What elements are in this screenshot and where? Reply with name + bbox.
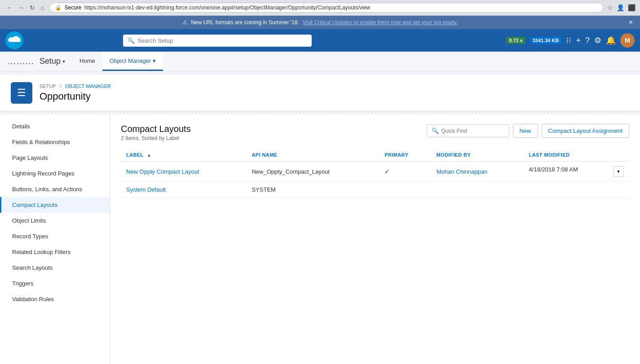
section-subtitle: 2 Items, Sorted by Label — [121, 135, 191, 141]
sidebar-item-lightning-record-pages[interactable]: Lightning Record Pages — [0, 166, 110, 181]
banner-text: New URL formats are coming in Summer '18… — [191, 19, 299, 26]
add-icon[interactable]: + — [576, 36, 581, 45]
reload-button[interactable]: ↻ — [28, 3, 37, 12]
tab-object-manager[interactable]: Object Manager ▾ — [102, 52, 163, 71]
section-title: Compact Layouts — [121, 124, 191, 134]
col-label-text: LABEL — [126, 152, 143, 158]
col-api-name-text: API NAME — [252, 152, 277, 158]
cell-label-2: System Default — [121, 182, 246, 198]
nav-right-actions: 0.72 s 3341.34 KB ⁝⁝ + ? ⚙ 🔔 M — [506, 33, 635, 48]
row-1-action-button[interactable]: ▾ — [613, 166, 624, 177]
sidebar-item-fields-relationships[interactable]: Fields & Relationships — [0, 134, 110, 150]
object-icon: ☰ — [17, 87, 26, 99]
page-title: Opportunity — [40, 91, 111, 102]
sidebar-item-compact-layouts[interactable]: Compact Layouts — [0, 197, 110, 213]
sidebar-item-fields-relationships-label: Fields & Relationships — [12, 139, 70, 145]
star-icon[interactable]: ☆ — [607, 4, 613, 11]
tab-home[interactable]: Home — [72, 52, 102, 71]
header-bg: ☰ SETUP > OBJECT MANAGER Opportunity — [0, 71, 640, 115]
sidebar-item-object-limits-label: Object Limits — [12, 217, 46, 224]
banner-warning-icon: ⚠ — [182, 19, 187, 26]
secure-icon: 🔒 — [55, 5, 62, 11]
col-header-modified-by[interactable]: MODIFIED BY — [431, 149, 524, 162]
setup-label[interactable]: Setup — [40, 57, 61, 66]
table-row: New Oppty Compact Layout New_Oppty_Compa… — [121, 162, 629, 182]
memory-badge: 3341.34 KB — [530, 37, 562, 44]
nav-dots-icon[interactable]: ⁝⁝ — [566, 35, 571, 45]
col-header-primary[interactable]: PRIMARY — [379, 149, 431, 162]
sidebar-item-object-limits[interactable]: Object Limits — [0, 213, 110, 228]
banner-link[interactable]: Visit Critical Updates to enable them no… — [303, 19, 458, 26]
home-button[interactable]: ⌂ — [39, 3, 46, 12]
col-header-last-modified[interactable]: LAST MODIFIED — [524, 149, 629, 162]
banner-close-button[interactable]: × — [629, 18, 633, 26]
row-2-label-link[interactable]: System Default — [126, 186, 166, 193]
cell-label-1: New Oppty Compact Layout — [121, 162, 246, 182]
sidebar-item-compact-layouts-label: Compact Layouts — [12, 202, 57, 208]
main-content: Compact Layouts 2 Items, Sorted by Label… — [110, 115, 640, 364]
sidebar-item-validation-rules[interactable]: Validation Rules — [0, 291, 110, 307]
primary-checkmark-1: ✓ — [384, 168, 390, 175]
search-input[interactable] — [137, 37, 307, 44]
sidebar-item-page-layouts-label: Page Layouts — [12, 154, 48, 161]
nav-tabs: Home Object Manager ▾ — [72, 52, 163, 71]
new-button[interactable]: New — [513, 124, 538, 138]
row-1-label-link[interactable]: New Oppty Compact Layout — [126, 168, 199, 175]
breadcrumb: SETUP > OBJECT MANAGER — [40, 83, 111, 89]
sidebar-item-details[interactable]: Details — [0, 118, 110, 134]
extension-icon[interactable]: ⬛ — [628, 4, 636, 11]
settings-icon[interactable]: ⚙ — [594, 35, 601, 45]
page-header: ☰ SETUP > OBJECT MANAGER Opportunity — [0, 75, 640, 111]
tab-object-manager-label: Object Manager — [110, 57, 151, 64]
col-primary-text: PRIMARY — [384, 152, 408, 158]
sidebar-item-page-layouts[interactable]: Page Layouts — [0, 150, 110, 166]
search-bar[interactable]: 🔍 — [123, 35, 312, 47]
sidebar-item-lightning-record-pages-label: Lightning Record Pages — [12, 170, 75, 177]
row-1-modified-by-link[interactable]: Mohan Chinnappan — [437, 168, 487, 175]
cell-modified-by-1: Mohan Chinnappan — [431, 162, 524, 182]
cell-last-modified-1: 4/18/2018 7:08 AM ▾ — [524, 162, 629, 182]
help-icon[interactable]: ? — [585, 36, 590, 45]
cell-api-name-2: SYSTEM — [246, 182, 379, 198]
back-button[interactable]: ← — [4, 3, 14, 12]
setup-dropdown-icon[interactable]: ▾ — [62, 58, 65, 65]
sidebar-item-record-types-label: Record Types — [12, 233, 48, 240]
sidebar-item-triggers-label: Triggers — [12, 280, 33, 287]
tab-object-manager-dropdown: ▾ — [153, 57, 156, 64]
quick-find-input[interactable] — [441, 128, 504, 134]
content-area: Details Fields & Relationships Page Layo… — [0, 115, 640, 364]
profile-icon[interactable]: 👤 — [617, 4, 624, 11]
col-modified-by-text: MODIFIED BY — [437, 152, 471, 158]
quick-find-container[interactable]: 🔍 — [427, 124, 509, 137]
sidebar-item-buttons-links-actions[interactable]: Buttons, Links, and Actions — [0, 181, 110, 197]
app-launcher-icon[interactable]: ……… — [7, 56, 34, 66]
table-row: System Default SYSTEM — [121, 182, 629, 198]
notifications-icon[interactable]: 🔔 — [606, 35, 616, 45]
sidebar-item-triggers[interactable]: Triggers — [0, 276, 110, 291]
forward-button[interactable]: → — [16, 3, 26, 12]
breadcrumb-sep: > — [59, 83, 62, 89]
avatar[interactable]: M — [620, 33, 635, 48]
sidebar-item-record-types[interactable]: Record Types — [0, 228, 110, 244]
compact-layout-assignment-button[interactable]: Compact Layout Assignment — [542, 124, 629, 138]
col-last-modified-text: LAST MODIFIED — [529, 152, 570, 158]
section-header: Compact Layouts 2 Items, Sorted by Label… — [121, 124, 629, 141]
sidebar-item-search-layouts-label: Search Layouts — [12, 264, 53, 271]
salesforce-logo[interactable] — [5, 31, 23, 49]
sidebar-item-details-label: Details — [12, 123, 30, 130]
col-header-label[interactable]: LABEL ▲ — [121, 149, 246, 162]
cell-api-name-1: New_Oppty_Compact_Layout — [246, 162, 379, 182]
breadcrumb-link[interactable]: OBJECT MANAGER — [65, 83, 111, 89]
col-header-api-name[interactable]: API NAME — [246, 149, 379, 162]
sidebar-item-search-layouts[interactable]: Search Layouts — [0, 260, 110, 276]
browser-bar: ← → ↻ ⌂ 🔒 Secure https://mohansun-lx1-de… — [0, 0, 640, 16]
sidebar-item-related-lookup-filters[interactable]: Related Lookup Filters — [0, 244, 110, 260]
address-bar[interactable]: 🔒 Secure https://mohansun-lx1-dev-ed.lig… — [49, 3, 604, 13]
section-title-area: Compact Layouts 2 Items, Sorted by Label — [121, 124, 191, 141]
sidebar: Details Fields & Relationships Page Layo… — [0, 115, 110, 364]
top-nav: 🔍 0.72 s 3341.34 KB ⁝⁝ + ? ⚙ 🔔 M — [0, 29, 640, 52]
tab-home-label: Home — [79, 57, 95, 64]
page-header-icon: ☰ — [11, 82, 32, 104]
cell-modified-by-2 — [431, 182, 524, 198]
quick-find-search-icon: 🔍 — [432, 127, 439, 134]
